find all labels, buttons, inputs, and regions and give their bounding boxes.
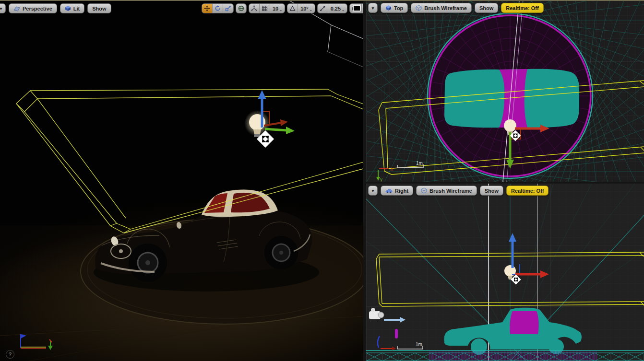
scale-snap-icon [320, 5, 326, 12]
scale-tool-icon [225, 5, 231, 12]
grid-snap-group: 10⌄ [249, 3, 285, 13]
scale-tool-button[interactable] [223, 4, 233, 13]
right-scene: 1m [366, 184, 644, 361]
scale-snap-toggle-button[interactable] [318, 4, 328, 13]
svg-text:1m: 1m [416, 342, 422, 347]
top-view-button[interactable]: Top [381, 3, 408, 13]
dropdown-caret-icon: ⌄ [342, 8, 345, 12]
viewport-options-dropdown[interactable]: ▾ [368, 3, 378, 13]
brush-wireframe-mode-button[interactable]: Brush Wireframe [411, 3, 472, 13]
svg-text:y: y [380, 177, 382, 182]
brush-wireframe-mode-button[interactable]: Brush Wireframe [416, 186, 477, 196]
rotate-tool-button[interactable] [213, 4, 223, 13]
rotation-snap-group: 10°⌄ [287, 3, 315, 13]
angle-snap-icon [289, 5, 296, 12]
lit-mode-button[interactable]: Lit [60, 3, 84, 13]
move-tool-button[interactable] [202, 4, 213, 13]
move-tool-icon [204, 5, 210, 12]
top-cube-icon [385, 5, 392, 11]
grid-snap-toggle-button[interactable] [260, 4, 270, 13]
show-menu-button[interactable]: Show [87, 3, 111, 13]
right-viewport[interactable]: 1m ▾ Right Brush Wireframe Show Realtime… [366, 184, 644, 361]
car-top-silhouette [444, 69, 579, 128]
right-view-button[interactable]: Right [381, 186, 413, 196]
transform-tools-group [202, 3, 234, 13]
perspective-icon [13, 6, 20, 12]
viewport-options-dropdown[interactable]: ▾ [368, 186, 378, 196]
svg-text:x: x [391, 166, 393, 172]
realtime-toggle-button[interactable]: Realtime: Off [501, 3, 543, 13]
perspective-view-button[interactable]: Perspective [9, 3, 57, 13]
wireframe-cube-icon [416, 5, 422, 11]
rotation-snap-toggle-button[interactable] [287, 4, 298, 13]
show-menu-button[interactable]: Show [480, 186, 503, 196]
show-menu-button[interactable]: Show [475, 3, 498, 13]
grid-snap-icon [262, 5, 268, 12]
wireframe-cube-icon [421, 187, 427, 194]
surface-snap-button[interactable] [249, 4, 260, 13]
viewport-options-dropdown[interactable]: ▾ [0, 3, 6, 13]
scale-snap-group: 0.25⌄ [317, 3, 347, 13]
help-icon[interactable]: ? [6, 350, 14, 359]
car-wheel [471, 338, 487, 355]
top-viewport[interactable]: x y 1m ▾ Top Brush Wireframe Show [366, 0, 644, 182]
rotation-snap-value[interactable]: 10°⌄ [298, 4, 315, 13]
viewport-splitter-vertical[interactable] [363, 0, 366, 361]
right-view-car-icon [385, 188, 393, 193]
rotate-tool-icon [215, 5, 221, 12]
perspective-scene [0, 0, 363, 361]
globe-icon [238, 5, 244, 12]
surface-snap-icon [251, 5, 257, 12]
perspective-viewport[interactable]: ▾ Perspective Lit Show [0, 0, 363, 361]
viewport-splitter-horizontal[interactable] [363, 182, 644, 184]
dropdown-caret-icon: ⌄ [310, 8, 312, 12]
dropdown-caret-icon: ⌄ [279, 8, 282, 12]
unreal-editor-viewports: ▾ Perspective Lit Show [0, 0, 644, 361]
car-side-window [510, 311, 538, 334]
lit-cube-icon [65, 5, 71, 12]
scale-snap-value[interactable]: 0.25⌄ [328, 4, 347, 13]
maximize-viewport-icon[interactable] [353, 5, 361, 12]
grid-snap-value[interactable]: 10⌄ [270, 4, 285, 13]
top-scene: x y 1m [366, 0, 644, 182]
window-top-edge [0, 0, 644, 1]
world-local-toggle-button[interactable] [236, 4, 246, 13]
gizmo-y-axis [265, 129, 287, 130]
coordinate-system-group [236, 3, 247, 13]
realtime-toggle-button[interactable]: Realtime: Off [506, 186, 549, 196]
svg-text:1m: 1m [416, 161, 423, 166]
